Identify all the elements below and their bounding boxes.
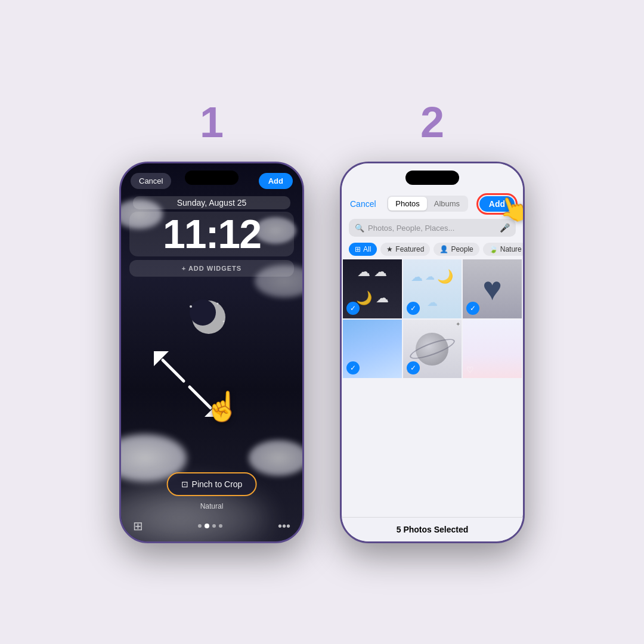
cancel-button-2[interactable]: Cancel [350,199,376,209]
photo-check-3: ✓ [466,302,479,315]
svg-line-5 [163,360,184,381]
lock-time: 11:12 [129,212,294,256]
dots-indicator [198,524,222,528]
phone-1-screen: Cancel Add Sunday, August 25 11:12 + ADD… [121,163,302,541]
photo-check-1: ✓ [346,302,360,315]
dot-4 [219,524,222,528]
phone-2-frame: 👆 Cancel Photos Albums Add 🔍 [340,162,525,543]
photo-cell-6[interactable]: ♡ [463,320,522,379]
crop-icon: ⊡ [181,479,188,489]
heart-icon-photo: ♥ [482,270,502,308]
cancel-button-1[interactable]: Cancel [131,173,171,189]
light-cloud-icon-3: ☁ [427,296,438,309]
dot-1 [198,524,202,528]
dynamic-island-2 [405,171,459,185]
step-1: 1 Cancel Add Sunday, August 25 11:12 + A… [119,101,304,543]
photo-cell-3[interactable]: ♥ ✓ [463,259,522,318]
pinch-crop-label: Pinch to Crop [192,479,243,489]
photo-check-5: ✓ [407,361,420,374]
photos-tabs: Photos Albums [387,196,468,212]
tab-photos[interactable]: Photos [388,197,426,210]
planet-ring [408,335,457,363]
filter-all-label: All [363,245,371,253]
svg-point-3 [217,303,219,305]
dot-3 [212,524,216,528]
photos-selected-status: 5 Photos Selected [342,517,523,541]
filter-bar: ⊞ All ★ Featured 👤 People 🍃 Nature [342,239,523,259]
step-2: 2 👆 Cancel Photos Albums Add [340,101,525,543]
planet-sphere [416,333,448,366]
leaf-icon: 🍃 [489,245,498,253]
phone-1-frame: Cancel Add Sunday, August 25 11:12 + ADD… [119,162,304,543]
star-icon: ★ [386,245,393,253]
dynamic-island-1 [185,171,239,185]
dot-active [205,524,209,528]
more-icon[interactable]: ••• [278,519,290,533]
add-button-1[interactable]: Add [259,173,293,189]
search-icon: 🔍 [355,224,364,233]
photo-cell-4[interactable]: ✓ [343,320,402,379]
grid-icon[interactable]: ⊞ [133,519,143,533]
cloud-bottom-right [249,440,302,476]
photo-cell-5[interactable]: ✦ ✦ ✓ [403,320,462,379]
filter-featured-label: Featured [395,245,424,253]
hand-cursor-1: ☝ [205,390,240,423]
search-placeholder: Photos, People, Places... [368,224,454,233]
person-icon: 👤 [439,245,448,253]
pinch-crop-button[interactable]: ⊡ Pinch to Crop [167,472,257,496]
natural-label: Natural [200,502,224,510]
svg-point-1 [190,299,216,326]
photo-cell-1[interactable]: ☁ ☁ 🌙 ☁ ✓ [343,259,402,318]
moon-light-icon: 🌙 [437,269,453,284]
dark-cloud-2: ☁ [374,264,387,287]
main-container: 1 Cancel Add Sunday, August 25 11:12 + A… [95,77,549,567]
search-bar[interactable]: 🔍 Photos, People, Places... 🎤 [349,219,516,237]
dark-cloud-1: ☁ [357,264,370,287]
filter-nature[interactable]: 🍃 Nature [483,243,523,256]
bottom-bar-1: ⊞ ••• [121,519,302,533]
photo-heart-6: ♡ [466,365,474,374]
moon-area [182,295,242,354]
star-small-1: ✦ [456,321,460,327]
photo-check-2: ✓ [407,302,420,315]
step-2-number: 2 [420,101,444,144]
filter-all[interactable]: ⊞ All [349,243,377,256]
phone-2-screen: Cancel Photos Albums Add 🔍 Photos, Peopl… [342,163,523,541]
light-cloud-icon-1: ☁ [411,270,423,284]
light-cloud-icon-2: ☁ [425,271,435,282]
svg-point-4 [223,321,225,323]
lock-date: Sunday, August 25 [133,196,290,209]
step-1-number: 1 [200,101,224,144]
filter-people-label: People [451,245,473,253]
filter-people[interactable]: 👤 People [434,243,479,256]
dark-cloud-4: ☁ [376,290,389,313]
photo-grid: ☁ ☁ 🌙 ☁ ✓ ☁ ☁ 🌙 [342,259,523,378]
planet-container: ✦ ✦ [416,333,448,366]
filter-featured[interactable]: ★ Featured [380,243,430,256]
grid-icon-filter: ⊞ [355,245,361,253]
add-widgets-bar[interactable]: + ADD WIDGETS [129,260,294,277]
svg-point-2 [190,305,192,308]
moon-icon [182,295,230,342]
tab-albums[interactable]: Albums [427,197,467,210]
photo-cell-2[interactable]: ☁ ☁ 🌙 ☁ ✓ [403,259,462,318]
filter-nature-label: Nature [500,245,522,253]
